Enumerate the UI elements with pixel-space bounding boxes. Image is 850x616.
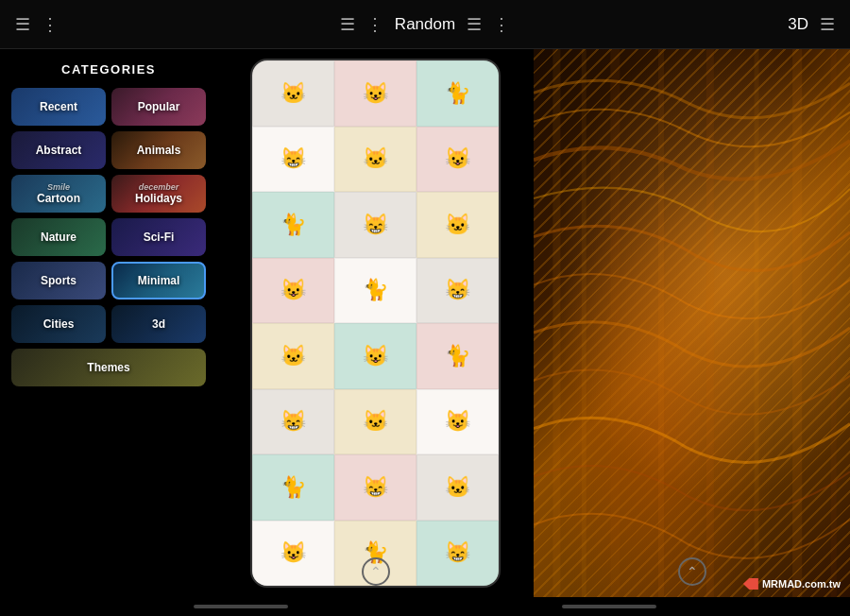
sidebar-item-abstract[interactable]: Abstract	[11, 131, 106, 169]
dots-icon-center[interactable]: ⋮	[366, 14, 383, 35]
svg-rect-1	[582, 49, 586, 597]
svg-rect-3	[658, 49, 664, 597]
svg-rect-4	[706, 49, 714, 597]
sidebar-item-3d[interactable]: 3d	[111, 305, 206, 343]
top-bar: ☰ ⋮ ☰ ⋮ Random ☰ ⋮ 3D ☰	[0, 0, 850, 49]
top-bar-right: 3D ☰	[562, 14, 835, 35]
bottom-indicator-right	[562, 605, 656, 608]
sidebar-item-nature[interactable]: Nature	[11, 218, 106, 256]
watermark-text: MRMAD.com.tw	[762, 578, 841, 590]
random-panel[interactable]: 🐱 😺 🐈 😸 🐱 😺 🐈 😸 🐱	[217, 49, 534, 597]
bottom-indicator-left	[194, 605, 288, 608]
menu-icon-center[interactable]: ☰	[340, 14, 355, 35]
sidebar-item-animals[interactable]: Animals	[111, 131, 206, 169]
category-grid: Recent Popular Abstract Animals Smile Ca…	[11, 88, 206, 386]
panels-row: 🐱 😺 🐈 😸 🐱 😺 🐈 😸 🐱	[217, 49, 850, 597]
cat-wallpaper: 🐱 😺 🐈 😸 🐱 😺 🐈 😸 🐱	[252, 60, 499, 586]
sidebar-item-cartoon[interactable]: Smile Cartoon	[11, 175, 106, 213]
sidebar-item-recent[interactable]: Recent	[11, 88, 106, 126]
panels-container: 🐱 😺 🐈 😸 🐱 😺 🐈 😸 🐱	[217, 49, 850, 597]
top-bar-left: ☰ ⋮	[15, 14, 288, 35]
watermark-logo	[743, 578, 758, 590]
menu-icon-center2[interactable]: ☰	[467, 14, 482, 35]
menu-icon-right[interactable]: ☰	[820, 14, 835, 35]
sidebar-item-sports[interactable]: Sports	[11, 262, 106, 299]
svg-rect-7	[831, 49, 837, 597]
svg-rect-5	[754, 49, 758, 597]
sidebar: CATEGORIES Recent Popular Abstract Anima…	[0, 49, 217, 597]
sidebar-item-themes[interactable]: Themes	[11, 349, 206, 386]
svg-rect-0	[552, 49, 560, 597]
sidebar-item-minimal[interactable]: Minimal	[111, 262, 206, 299]
3d-panel[interactable]: ⌃	[534, 49, 850, 597]
menu-icon-left[interactable]: ☰	[15, 14, 30, 35]
sidebar-item-cities[interactable]: Cities	[11, 305, 106, 343]
bottom-bar	[0, 597, 850, 616]
3d-wallpaper	[534, 49, 850, 597]
categories-title: CATEGORIES	[11, 62, 206, 77]
svg-rect-2	[610, 49, 620, 597]
sidebar-item-popular[interactable]: Popular	[111, 88, 206, 126]
top-bar-center: ☰ ⋮ Random ☰ ⋮	[288, 14, 561, 35]
3d-scroll-indicator[interactable]: ⌃	[678, 557, 706, 586]
svg-rect-6	[792, 49, 802, 597]
sidebar-item-holidays[interactable]: december Holidays	[111, 175, 206, 213]
scroll-up-indicator[interactable]: ⌃	[362, 557, 390, 586]
panel1-title: Random	[395, 15, 455, 34]
dots-icon-center2[interactable]: ⋮	[493, 14, 510, 35]
panel2-title: 3D	[788, 15, 808, 34]
sidebar-item-scifi[interactable]: Sci-Fi	[111, 218, 206, 256]
random-phone-frame: 🐱 😺 🐈 😸 🐱 😺 🐈 😸 🐱	[250, 59, 501, 588]
main-content: CATEGORIES Recent Popular Abstract Anima…	[0, 49, 850, 597]
watermark: MRMAD.com.tw	[743, 578, 841, 590]
dots-icon-left[interactable]: ⋮	[42, 14, 59, 35]
